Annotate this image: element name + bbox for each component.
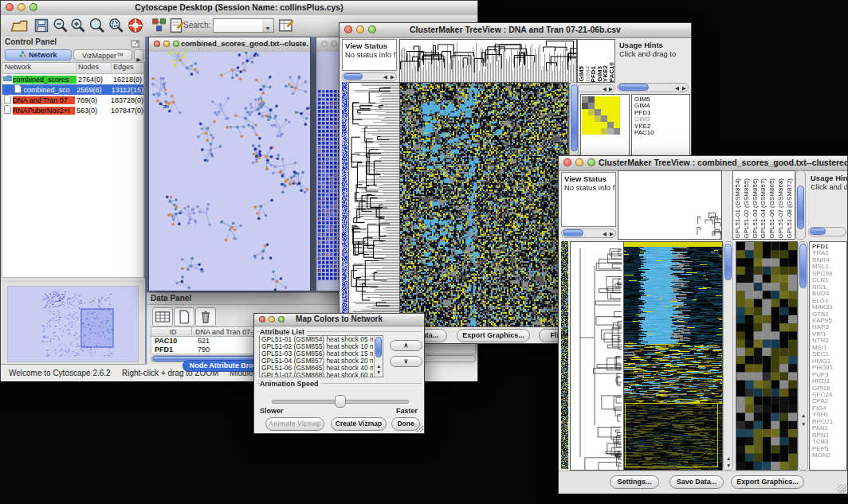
- treeview1-title-bar[interactable]: ClusterMaker TreeView : DNA and Tran 07-…: [340, 23, 691, 38]
- scrollbar-thumb[interactable]: [810, 228, 826, 235]
- save-data-button[interactable]: Save Data...: [669, 475, 724, 489]
- create-vizmap-button[interactable]: Create Vizmap: [331, 417, 387, 431]
- scrollbar-thumb[interactable]: [375, 337, 382, 357]
- scroll-right-icon[interactable]: ▶: [391, 75, 395, 80]
- mini-hscrollbar[interactable]: ◀ ▶: [577, 84, 615, 92]
- close-button[interactable]: [259, 316, 265, 322]
- tab-vizmapper[interactable]: VizMapper™: [73, 49, 132, 61]
- usage-hscrollbar[interactable]: [808, 227, 846, 236]
- close-button[interactable]: [563, 158, 571, 166]
- view-status-hscrollbar[interactable]: ◀ ▶: [561, 229, 616, 238]
- network-overview-canvas[interactable]: [7, 286, 139, 362]
- attribute-item[interactable]: GPL51-07 (GSM868) heat shock 60 min: [261, 372, 373, 377]
- export-graphics-button[interactable]: Export Graphics...: [731, 475, 804, 489]
- scrollbar-thumb[interactable]: [724, 244, 732, 280]
- row-dendrogram-canvas[interactable]: [570, 241, 624, 471]
- labels-vscrollbar[interactable]: [795, 170, 806, 240]
- maximize-button[interactable]: [587, 158, 595, 166]
- close-button[interactable]: [154, 41, 160, 47]
- minimize-button[interactable]: [331, 41, 337, 47]
- treeview2-title-bar[interactable]: ClusterMaker TreeView : combined_scores_…: [559, 156, 847, 171]
- zoom-out-icon[interactable]: [52, 17, 69, 34]
- column-label[interactable]: GPL51-08 (GSM872): [786, 178, 795, 239]
- scroll-down-icon[interactable]: ▼: [801, 422, 806, 428]
- network-row[interactable]: combined_scores 2764(0) 16218(0): [2, 74, 143, 84]
- zoom-in-icon[interactable]: [69, 17, 87, 34]
- scrollbar-thumb[interactable]: [799, 244, 807, 288]
- speed-slider-thumb[interactable]: [335, 395, 346, 408]
- scroll-left-icon[interactable]: ◀: [603, 87, 607, 92]
- gene-label[interactable]: MON2: [812, 452, 846, 459]
- minimize-button[interactable]: [163, 41, 170, 47]
- global-overview-strip[interactable]: [561, 241, 568, 469]
- column-label[interactable]: GPL51-06 (GSM865): [768, 178, 777, 239]
- attribute-listbox[interactable]: GPL51-01 (GSM854) heat shock 05 minGPL51…: [259, 335, 383, 377]
- maximize-button[interactable]: [29, 3, 37, 11]
- column-label[interactable]: GPL51-02 (GSM855): [743, 178, 752, 239]
- vizmapper-icon[interactable]: [151, 17, 168, 34]
- scrollbar-thumb[interactable]: [344, 73, 363, 80]
- column-dendrogram-canvas[interactable]: [399, 39, 577, 84]
- delete-attribute-icon[interactable]: [195, 307, 216, 326]
- zoom-selected-icon[interactable]: [108, 17, 125, 34]
- list-vscrollbar[interactable]: ▲ ▼: [374, 336, 383, 377]
- dialog-title-bar[interactable]: Map Colors to Network: [254, 314, 424, 326]
- inner-window-title-bar[interactable]: combined_scores_good.txt--cluste...: [149, 37, 310, 53]
- scroll-up-icon[interactable]: ▲: [376, 364, 381, 369]
- network-view-canvas[interactable]: [149, 52, 310, 291]
- minimize-button[interactable]: [575, 158, 583, 166]
- column-label[interactable]: GPL51-03 (GSM856): [752, 178, 760, 239]
- scroll-down-icon[interactable]: ▼: [376, 370, 381, 376]
- heatmap-canvas[interactable]: [399, 82, 569, 327]
- maximize-button[interactable]: [173, 41, 179, 47]
- zoom-vscrollbar[interactable]: ▲ ▼: [798, 241, 808, 471]
- resize-grip[interactable]: [414, 424, 423, 432]
- zoom-fit-icon[interactable]: [88, 17, 106, 34]
- table-icon[interactable]: [152, 307, 173, 326]
- scroll-left-icon[interactable]: ◀: [383, 75, 387, 80]
- scrollbar-thumb[interactable]: [563, 229, 583, 236]
- save-icon[interactable]: [33, 17, 50, 34]
- scroll-up-icon[interactable]: ▲: [726, 456, 731, 462]
- scroll-right-icon[interactable]: ▶: [610, 232, 614, 237]
- animate-vizmap-button[interactable]: Animate Vizmap: [265, 417, 324, 431]
- scrollbar-thumb[interactable]: [797, 186, 804, 229]
- export-graphics-button[interactable]: Export Graphics...: [457, 329, 530, 342]
- column-dendrogram-canvas[interactable]: [618, 170, 722, 240]
- search-dropdown[interactable]: ▼: [262, 18, 274, 33]
- network-row[interactable]: DNA and Tran 07 769(0) 183728(0): [2, 95, 143, 105]
- close-button[interactable]: [344, 25, 352, 33]
- view-status-hscrollbar[interactable]: ◀ ▶: [342, 72, 397, 81]
- heatmap-canvas[interactable]: [623, 241, 723, 471]
- col-header-nodes[interactable]: Nodes: [77, 63, 112, 73]
- maximize-button[interactable]: [278, 316, 285, 322]
- move-down-button[interactable]: ∨: [390, 356, 422, 367]
- scrollbar-thumb[interactable]: [618, 84, 649, 91]
- close-button[interactable]: [321, 41, 328, 47]
- col-header-edges[interactable]: Edges: [112, 63, 143, 73]
- network-row[interactable]: RNAPuberNov2+I 563(0) 107847(0): [2, 105, 143, 115]
- minimize-button[interactable]: [269, 316, 275, 322]
- scroll-down-icon[interactable]: ▼: [726, 463, 731, 469]
- minimize-button[interactable]: [356, 25, 364, 33]
- minimize-button[interactable]: [18, 3, 26, 11]
- row-dendrogram-canvas[interactable]: [348, 82, 400, 327]
- zoom-heatmap-canvas[interactable]: [736, 241, 798, 471]
- settings-button[interactable]: Settings...: [610, 475, 659, 489]
- search-input[interactable]: [213, 18, 264, 33]
- column-label[interactable]: GPL51-07 (GSM868): [777, 178, 786, 239]
- new-attribute-icon[interactable]: [174, 307, 194, 326]
- resize-grip[interactable]: [838, 484, 846, 493]
- scroll-up-icon[interactable]: ▲: [801, 413, 806, 419]
- gene-label[interactable]: PAC10: [634, 130, 689, 136]
- heatmap-vscrollbar[interactable]: ▲ ▼: [723, 241, 733, 471]
- tab-network[interactable]: Network: [5, 49, 72, 61]
- scroll-right-icon[interactable]: ▶: [682, 86, 686, 92]
- global-overview-strip[interactable]: [342, 82, 347, 326]
- open-file-icon[interactable]: [10, 17, 28, 34]
- maximize-button[interactable]: [368, 25, 376, 33]
- table-edit-icon[interactable]: [277, 17, 295, 34]
- network-row-selected[interactable]: combined_sco 2569(6) 13112(15): [2, 84, 143, 95]
- column-label[interactable]: GPL51-01 (GSM854): [734, 178, 743, 239]
- tab-overflow-button[interactable]: ▶: [134, 49, 143, 61]
